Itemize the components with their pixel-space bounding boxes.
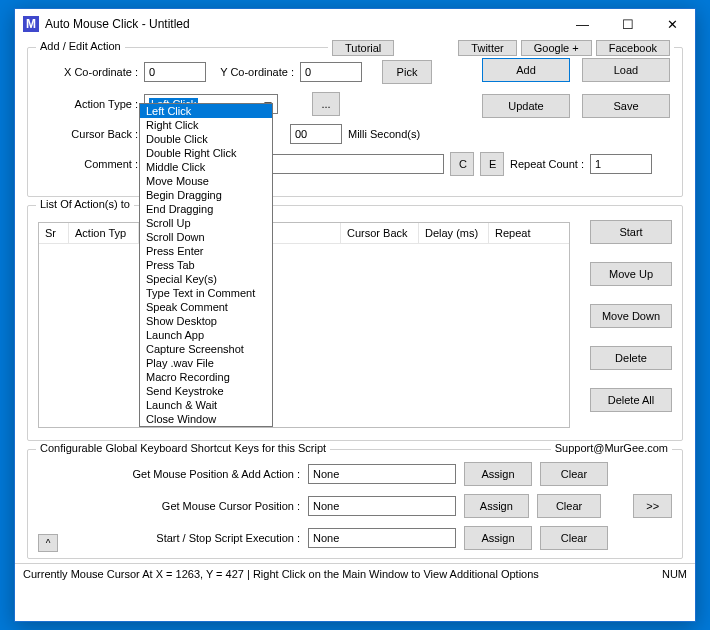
- delay-unit-label: Milli Second(s): [348, 128, 420, 140]
- shortcut2-input[interactable]: [308, 496, 456, 516]
- dropdown-option[interactable]: Play .wav File: [140, 356, 272, 370]
- tutorial-button[interactable]: Tutorial: [332, 40, 394, 56]
- shortcut3-label: Start / Stop Script Execution :: [38, 532, 300, 544]
- list-side-buttons: Start Move Up Move Down Delete Delete Al…: [590, 220, 672, 412]
- col-sr[interactable]: Sr: [39, 223, 69, 243]
- dropdown-option[interactable]: Macro Recording: [140, 370, 272, 384]
- more-button[interactable]: >>: [633, 494, 672, 518]
- action-type-dropdown[interactable]: Left ClickRight ClickDouble ClickDouble …: [139, 103, 273, 427]
- status-text: Currently Mouse Cursor At X = 1263, Y = …: [23, 568, 539, 580]
- shortcut2-clear[interactable]: Clear: [537, 494, 602, 518]
- delete-button[interactable]: Delete: [590, 346, 672, 370]
- list-legend: List Of Action(s) to: [36, 198, 134, 210]
- move-up-button[interactable]: Move Up: [590, 262, 672, 286]
- dropdown-option[interactable]: Type Text in Comment: [140, 286, 272, 300]
- list-of-actions-group: List Of Action(s) to Sr Action Typ Curso…: [27, 205, 683, 441]
- y-coord-input[interactable]: [300, 62, 362, 82]
- google-button[interactable]: Google +: [521, 40, 592, 56]
- dropdown-option[interactable]: Send Keystroke: [140, 384, 272, 398]
- col-action-type[interactable]: Action Typ: [69, 223, 139, 243]
- collapse-button[interactable]: ^: [38, 534, 58, 552]
- shortcut1-input[interactable]: [308, 464, 456, 484]
- y-coord-label: Y Co-ordinate :: [212, 66, 294, 78]
- header-links: Tutorial Twitter Google + Facebook: [328, 40, 674, 56]
- close-button[interactable]: ✕: [650, 9, 695, 39]
- move-down-button[interactable]: Move Down: [590, 304, 672, 328]
- cursor-back-label: Cursor Back :: [38, 128, 138, 140]
- shortcut3-assign[interactable]: Assign: [464, 526, 532, 550]
- add-button[interactable]: Add: [482, 58, 570, 82]
- minimize-button[interactable]: —: [560, 9, 605, 39]
- numlock-indicator: NUM: [662, 568, 687, 580]
- dropdown-option[interactable]: Scroll Down: [140, 230, 272, 244]
- client-area: Add / Edit Action Tutorial Twitter Googl…: [15, 47, 695, 563]
- dropdown-option[interactable]: Scroll Up: [140, 216, 272, 230]
- dropdown-option[interactable]: Launch App: [140, 328, 272, 342]
- delay-input[interactable]: [290, 124, 342, 144]
- delete-all-button[interactable]: Delete All: [590, 388, 672, 412]
- load-button[interactable]: Load: [582, 58, 670, 82]
- table-header: Sr Action Typ Cursor Back Delay (ms) Rep…: [39, 223, 569, 244]
- dropdown-option[interactable]: Begin Dragging: [140, 188, 272, 202]
- dropdown-option[interactable]: Launch & Wait: [140, 398, 272, 412]
- e-button[interactable]: E: [480, 152, 504, 176]
- dropdown-option[interactable]: Special Key(s): [140, 272, 272, 286]
- shortcut1-assign[interactable]: Assign: [464, 462, 532, 486]
- col-cursor-back[interactable]: Cursor Back: [341, 223, 419, 243]
- dropdown-option[interactable]: Capture Screenshot: [140, 342, 272, 356]
- shortcut3-clear[interactable]: Clear: [540, 526, 608, 550]
- c-button[interactable]: C: [450, 152, 474, 176]
- save-button[interactable]: Save: [582, 94, 670, 118]
- dropdown-option[interactable]: Show Desktop: [140, 314, 272, 328]
- dropdown-option[interactable]: Speak Comment: [140, 300, 272, 314]
- col-delay[interactable]: Delay (ms): [419, 223, 489, 243]
- pick-button[interactable]: Pick: [382, 60, 432, 84]
- titlebar[interactable]: M Auto Mouse Click - Untitled — ☐ ✕: [15, 9, 695, 39]
- shortcut3-input[interactable]: [308, 528, 456, 548]
- repeat-count-input[interactable]: [590, 154, 652, 174]
- dropdown-option[interactable]: Close Window: [140, 412, 272, 426]
- group-legend: Add / Edit Action: [36, 40, 125, 52]
- support-link[interactable]: Support@MurGee.com: [551, 442, 672, 454]
- right-action-column: Add Load Update Save: [482, 58, 672, 118]
- twitter-button[interactable]: Twitter: [458, 40, 516, 56]
- app-icon: M: [23, 16, 39, 32]
- dropdown-option[interactable]: Press Tab: [140, 258, 272, 272]
- action-type-label: Action Type :: [38, 98, 138, 110]
- shortcut2-label: Get Mouse Cursor Position :: [38, 500, 300, 512]
- update-button[interactable]: Update: [482, 94, 570, 118]
- actions-table[interactable]: Sr Action Typ Cursor Back Delay (ms) Rep…: [38, 222, 570, 428]
- shortcuts-group: Configurable Global Keyboard Shortcut Ke…: [27, 449, 683, 559]
- dropdown-option[interactable]: End Dragging: [140, 202, 272, 216]
- dropdown-option[interactable]: Move Mouse: [140, 174, 272, 188]
- dropdown-option[interactable]: Double Right Click: [140, 146, 272, 160]
- start-button[interactable]: Start: [590, 220, 672, 244]
- window-title: Auto Mouse Click - Untitled: [45, 17, 560, 31]
- dropdown-option[interactable]: Middle Click: [140, 160, 272, 174]
- app-window: M Auto Mouse Click - Untitled — ☐ ✕ Add …: [14, 8, 696, 622]
- comment-label: Comment :: [38, 158, 138, 170]
- dropdown-option[interactable]: Left Click: [140, 104, 272, 118]
- col-repeat[interactable]: Repeat: [489, 223, 569, 243]
- x-coord-input[interactable]: [144, 62, 206, 82]
- status-bar: Currently Mouse Cursor At X = 1263, Y = …: [15, 563, 695, 583]
- maximize-button[interactable]: ☐: [605, 9, 650, 39]
- x-coord-label: X Co-ordinate :: [38, 66, 138, 78]
- dropdown-option[interactable]: Double Click: [140, 132, 272, 146]
- shortcut1-clear[interactable]: Clear: [540, 462, 608, 486]
- facebook-button[interactable]: Facebook: [596, 40, 670, 56]
- action-type-more-button[interactable]: ...: [312, 92, 340, 116]
- shortcut1-label: Get Mouse Position & Add Action :: [38, 468, 300, 480]
- dropdown-option[interactable]: Right Click: [140, 118, 272, 132]
- repeat-count-label: Repeat Count :: [510, 158, 584, 170]
- shortcuts-legend: Configurable Global Keyboard Shortcut Ke…: [36, 442, 330, 454]
- dropdown-option[interactable]: Press Enter: [140, 244, 272, 258]
- add-edit-action-group: Add / Edit Action Tutorial Twitter Googl…: [27, 47, 683, 197]
- shortcut2-assign[interactable]: Assign: [464, 494, 529, 518]
